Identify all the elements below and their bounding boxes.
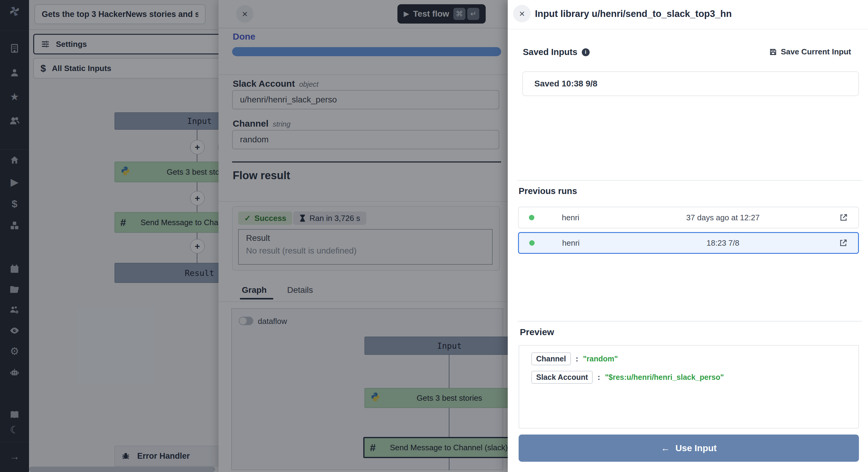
drawer-title: Input library u/henri/send_to_slack_top3… bbox=[535, 8, 732, 19]
app-root: ★ ▶ $ ⚙ ☾ → bbox=[0, 0, 868, 472]
previous-run-row-selected[interactable]: henri 18:23 7/8 bbox=[518, 232, 859, 254]
saved-inputs-heading-row: Saved Inputs i bbox=[523, 47, 590, 57]
preview-row: Slack Account : "$res:u/henri/henri_slac… bbox=[531, 371, 846, 384]
close-glyph: × bbox=[519, 8, 525, 19]
preview-key[interactable]: Channel bbox=[531, 352, 571, 365]
preview-value: "$res:u/henri/henri_slack_perso" bbox=[605, 373, 724, 382]
previous-run-row[interactable]: henri 37 days ago at 12:27 bbox=[518, 207, 859, 228]
run-time: 37 days ago at 12:27 bbox=[607, 213, 839, 222]
preview-row: Channel : "random" bbox=[531, 352, 846, 365]
input-library-drawer: × Input library u/henri/send_to_slack_to… bbox=[508, 0, 868, 472]
left-arrow-icon: ← bbox=[661, 443, 670, 453]
preview-heading: Preview bbox=[520, 327, 554, 337]
external-link-icon[interactable] bbox=[839, 239, 848, 248]
external-link-icon[interactable] bbox=[839, 213, 848, 222]
run-time: 18:23 7/8 bbox=[607, 239, 839, 248]
saved-inputs-heading: Saved Inputs bbox=[523, 47, 578, 57]
saved-input-item[interactable]: Saved 10:38 9/8 bbox=[522, 71, 859, 96]
run-user: henri bbox=[535, 239, 607, 248]
divider bbox=[508, 29, 868, 29]
preview-box: Channel : "random" Slack Account : "$res… bbox=[519, 345, 859, 429]
run-status-dot bbox=[529, 240, 535, 246]
saved-input-label: Saved 10:38 9/8 bbox=[534, 79, 597, 89]
use-input-button[interactable]: ← Use Input bbox=[519, 435, 859, 462]
close-icon[interactable]: × bbox=[513, 5, 531, 22]
modal-dim-overlay[interactable] bbox=[0, 0, 508, 472]
run-user: henri bbox=[534, 213, 607, 222]
info-icon[interactable]: i bbox=[582, 49, 590, 56]
save-icon bbox=[769, 48, 777, 56]
preview-value: "random" bbox=[583, 354, 618, 363]
preview-key[interactable]: Slack Account bbox=[531, 371, 593, 384]
divider bbox=[518, 321, 862, 321]
previous-runs-heading: Previous runs bbox=[519, 186, 577, 196]
run-status-dot bbox=[529, 215, 534, 220]
divider bbox=[518, 180, 862, 181]
save-current-input-button[interactable]: Save Current Input bbox=[769, 47, 851, 57]
